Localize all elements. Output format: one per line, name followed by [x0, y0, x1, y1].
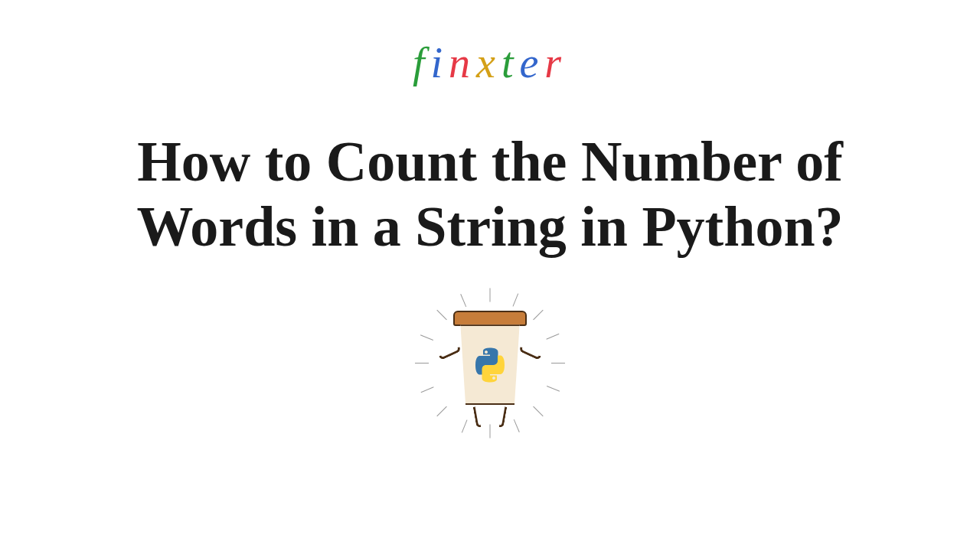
cup-lid — [453, 311, 527, 326]
logo-letter-e: e — [519, 38, 544, 87]
logo-letter-x: x — [476, 38, 501, 87]
coffee-cup-icon — [456, 317, 524, 409]
cup-body — [458, 324, 522, 405]
logo-letter-n: n — [449, 38, 476, 87]
logo-letter-r: r — [544, 38, 567, 87]
logo-letter-f: f — [413, 38, 431, 87]
python-logo-icon — [471, 346, 509, 384]
logo-letter-i: i — [430, 38, 449, 87]
logo-letter-t: t — [501, 38, 520, 87]
brand-logo: f i n x t e r — [413, 38, 567, 87]
page-title: How to Count the Number of Words in a St… — [69, 129, 911, 259]
mascot-illustration — [413, 294, 567, 432]
